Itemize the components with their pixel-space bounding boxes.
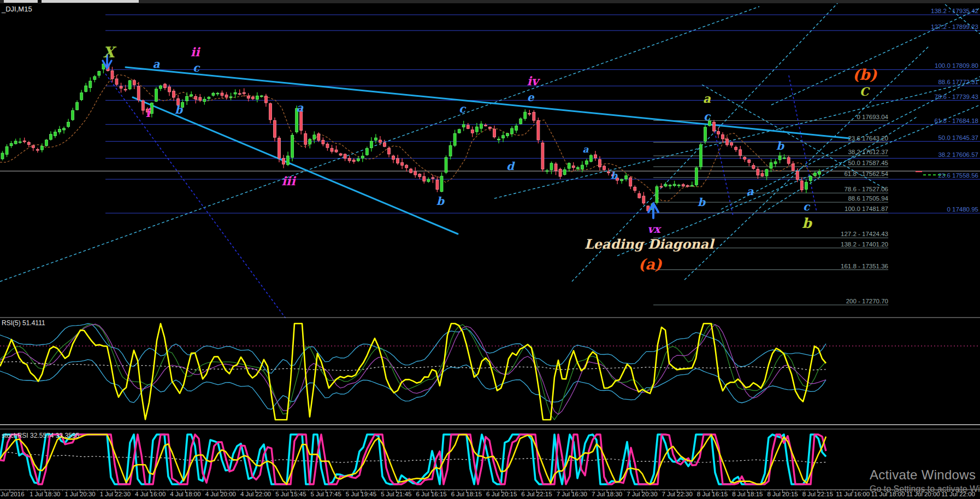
candle-body: [568, 163, 570, 168]
candle-body: [581, 165, 583, 169]
candle-body: [168, 87, 171, 92]
candle-body: [528, 113, 531, 114]
wave-b1[interactable]: b: [175, 103, 184, 116]
candle-body: [550, 163, 553, 170]
wave-a1[interactable]: a: [153, 57, 161, 71]
time-axis-label: 8 Jul 20:15: [767, 491, 798, 497]
candle-body: [585, 161, 588, 165]
candle-body: [186, 96, 188, 101]
wave-b4[interactable]: b: [698, 196, 706, 209]
wave-a2[interactable]: a: [297, 101, 304, 114]
dashed-trendline[interactable]: [764, 116, 918, 212]
candle-body: [383, 143, 386, 146]
candle-body: [317, 134, 320, 140]
candle-body: [423, 177, 426, 181]
candle-body: [27, 142, 30, 144]
candle-body: [163, 84, 166, 88]
wave-c4[interactable]: c: [803, 200, 811, 213]
time-axis-label: 6 Jul 20:15: [486, 491, 517, 497]
candle-body: [598, 160, 601, 167]
wave-a5[interactable]: a: [582, 144, 589, 155]
candle-body: [546, 171, 548, 172]
rsi-band-lower-line: [0, 360, 826, 409]
dashed-trendline[interactable]: [494, 80, 980, 198]
candle-body: [519, 119, 522, 124]
candle-body: [502, 136, 505, 138]
candle-body: [124, 89, 127, 90]
chart-canvas[interactable]: 138.2 - 17935.42127.2 - 17899.23100.0 17…: [0, 0, 980, 499]
candle-body: [98, 72, 101, 75]
candle-body: [498, 139, 500, 140]
candle-body: [89, 81, 92, 87]
candle-body: [541, 143, 544, 169]
wave-iii[interactable]: iii: [281, 174, 297, 188]
time-axis-label: 6 Jul 18:15: [451, 491, 482, 497]
rsi-indicator-label: RSI(5) 51.4111: [2, 319, 45, 327]
candle-body: [524, 112, 527, 119]
candle-body: [748, 160, 751, 162]
candle-body: [792, 164, 794, 171]
solid-trendline[interactable]: [126, 67, 849, 138]
wave-c2[interactable]: c: [459, 102, 467, 115]
buy-arrow-up-icon[interactable]: [648, 203, 658, 218]
wave-ii[interactable]: ii: [191, 45, 201, 59]
candle-body: [690, 185, 693, 186]
wave-vx[interactable]: vx: [647, 222, 662, 236]
dashed-navy-line[interactable]: [789, 75, 817, 212]
candle-body: [137, 86, 140, 100]
wave-a-paren[interactable]: (a): [638, 256, 662, 273]
candle-body: [72, 110, 74, 120]
top-scrollbar-track[interactable]: [0, 0, 980, 3]
candle-body: [673, 184, 676, 186]
fib-level-label-inner-retracement: 138.2 - 17401.20: [841, 241, 888, 248]
wave-b6[interactable]: b: [611, 170, 618, 181]
wave-e[interactable]: e: [527, 91, 535, 104]
candle-body: [344, 154, 346, 158]
candle-body: [712, 122, 715, 131]
fib-level-label-inner-retracement: 88.6 17505.94: [848, 195, 888, 202]
candle-body: [589, 156, 592, 162]
candle-body: [506, 133, 509, 136]
stoch-pane-layer: [0, 435, 826, 484]
wave-c3[interactable]: c: [704, 110, 711, 123]
dashed-trendline[interactable]: [617, 105, 980, 256]
fib-level-label-outer-expansion: 127.2 - 17899.23: [931, 24, 978, 30]
candle-body: [45, 140, 48, 145]
wave-b3[interactable]: b: [776, 139, 785, 152]
wave-b-paren[interactable]: (b): [853, 66, 878, 83]
candle-body: [173, 91, 175, 97]
fib-level-label-outer-expansion: 38.2 17606.57: [938, 151, 978, 158]
candle-body: [554, 164, 557, 171]
candle-body: [752, 166, 755, 169]
dashed-navy-line[interactable]: [105, 74, 290, 324]
dashed-trendline[interactable]: [771, 8, 980, 105]
time-axis-label: 7 Jul 20:30: [627, 491, 657, 497]
label-x[interactable]: X: [103, 44, 117, 61]
fib-level-label-inner-retracement: 100.0 17481.87: [845, 206, 888, 212]
candle-body: [365, 149, 368, 155]
candle-body: [199, 97, 202, 100]
candle-body: [695, 168, 698, 185]
wave-b-green[interactable]: b: [802, 215, 812, 231]
wave-b2[interactable]: b: [436, 195, 445, 208]
time-axis-label: 8 Jul 18:15: [732, 491, 763, 497]
candle-body: [361, 156, 364, 158]
fib-level-label-inner-retracement: 50.0 17587.45: [848, 160, 888, 166]
candle-body: [54, 132, 56, 136]
wave-a4[interactable]: a: [747, 185, 754, 198]
candle-body: [563, 169, 566, 174]
time-axis-label: 5 Jul 19:45: [346, 491, 376, 497]
candle-body: [190, 95, 193, 96]
wave-c-upper[interactable]: C: [860, 85, 870, 98]
candle-body: [787, 157, 790, 163]
candle-body: [278, 138, 281, 158]
candle-body: [603, 166, 605, 169]
wave-d[interactable]: d: [506, 160, 515, 173]
wave-c1[interactable]: c: [193, 61, 200, 74]
candle-body: [40, 146, 43, 150]
candle-body: [488, 127, 491, 128]
candle-body: [330, 148, 333, 151]
top-scrollbar-thumb[interactable]: [4, 0, 139, 3]
wave-a-green[interactable]: a: [703, 91, 711, 105]
leading-diagonal-label[interactable]: Leading Diagonal: [585, 236, 715, 252]
